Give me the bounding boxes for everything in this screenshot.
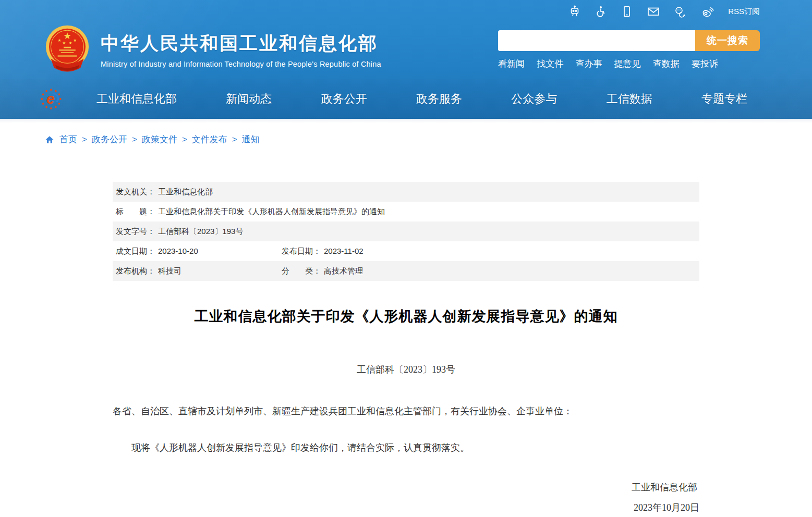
- svg-text:★: ★: [73, 38, 77, 43]
- breadcrumb-notice[interactable]: 通知: [242, 133, 260, 145]
- breadcrumb-gov-disclosure[interactable]: 政务公开: [92, 133, 127, 145]
- meta-label: 发布机构：: [116, 266, 155, 276]
- document-number: 工信部科〔2023〕193号: [113, 363, 699, 376]
- nav-item-gov-disclosure[interactable]: 政务公开: [321, 91, 367, 107]
- meta-value: 工业和信息化部: [158, 187, 213, 197]
- meta-label: 成文日期：: [116, 247, 155, 256]
- main-navigation: e 工业和信息化部 新闻动态 政务公开 政务服务 公众参与 工信数据 专题专栏: [0, 79, 812, 119]
- svg-text:★: ★: [62, 41, 66, 45]
- meta-value: 高技术管理: [324, 266, 363, 276]
- meta-row-issuing-authority: 发文机关： 工业和信息化部: [113, 182, 699, 202]
- document-paragraph: 现将《人形机器人创新发展指导意见》印发给你们，请结合实际，认真贯彻落实。: [113, 441, 699, 454]
- meta-value: 2023-10-20: [158, 247, 198, 256]
- document-meta-table: 发文机关： 工业和信息化部 标 题： 工业和信息化部关于印发《人形机器人创新发展…: [113, 182, 699, 281]
- svg-text:★: ★: [69, 41, 72, 45]
- miit-e-logo-icon[interactable]: e: [39, 87, 63, 111]
- breadcrumb-separator: >: [182, 134, 187, 145]
- quick-link-feedback[interactable]: 提意见: [614, 58, 641, 70]
- national-emblem-logo: ★ ★ ★ ★ ★: [44, 24, 90, 75]
- meta-row-dates: 成文日期： 2023-10-20 发布日期： 2023-11-02: [113, 241, 699, 261]
- nav-items: 工业和信息化部 新闻动态 政务公开 政务服务 公众参与 工信数据 专题专栏: [96, 91, 747, 107]
- svg-text:★: ★: [63, 31, 71, 41]
- quick-link-services[interactable]: 查办事: [575, 58, 602, 70]
- nav-item-special-topics[interactable]: 专题专栏: [701, 91, 747, 107]
- document-body: 工信部科〔2023〕193号 各省、自治区、直辖市及计划单列市、新疆生产建设兵团…: [113, 363, 699, 514]
- site-brand-link[interactable]: ★ ★ ★ ★ ★ 中华人民共和国工业和信息化部 Ministry of Ind…: [44, 24, 381, 75]
- ai-robot-icon[interactable]: [568, 5, 581, 18]
- quick-links: 看新闻 找文件 查办事 提意见 查数据 要投诉: [498, 58, 760, 70]
- top-utility-bar: RSS订阅: [568, 5, 760, 18]
- breadcrumb-policy-documents[interactable]: 政策文件: [142, 133, 177, 145]
- nav-item-miit[interactable]: 工业和信息化部: [96, 91, 177, 107]
- site-subtitle: Ministry of Industry and Information Tec…: [101, 60, 381, 68]
- breadcrumb-separator: >: [82, 134, 87, 145]
- svg-text:e: e: [46, 90, 55, 107]
- breadcrumb-separator: >: [132, 134, 137, 145]
- quick-link-data[interactable]: 查数据: [653, 58, 680, 70]
- breadcrumb-home[interactable]: 首页: [59, 133, 77, 145]
- meta-value: 工业和信息化部关于印发《人形机器人创新发展指导意见》的通知: [158, 207, 385, 217]
- breadcrumb: 首页 > 政务公开 > 政策文件 > 文件发布 > 通知: [44, 133, 812, 145]
- meta-value: 工信部科〔2023〕193号: [158, 227, 243, 237]
- svg-text:★: ★: [58, 38, 62, 43]
- page-title: 工业和信息化部关于印发《人形机器人创新发展指导意见》的通知: [0, 307, 812, 326]
- mobile-icon[interactable]: [621, 5, 633, 18]
- meta-label: 发文字号：: [116, 227, 155, 237]
- weibo-icon[interactable]: [701, 5, 714, 18]
- signature-name: 工业和信息化部: [113, 481, 699, 494]
- quick-link-complaint[interactable]: 要投诉: [692, 58, 718, 70]
- site-title: 中华人民共和国工业和信息化部: [101, 31, 381, 56]
- quick-link-documents[interactable]: 找文件: [537, 58, 563, 70]
- document-paragraph: 各省、自治区、直辖市及计划单列市、新疆生产建设兵团工业和信息化主管部门，有关行业…: [113, 405, 699, 417]
- header-divider: [0, 119, 812, 123]
- nav-item-news[interactable]: 新闻动态: [226, 91, 272, 107]
- rss-subscribe-link[interactable]: RSS订阅: [728, 7, 760, 17]
- unified-search-button[interactable]: 统一搜索: [695, 30, 760, 51]
- meta-label: 标 题：: [116, 207, 155, 217]
- home-icon[interactable]: [44, 134, 55, 145]
- accessibility-icon[interactable]: [595, 5, 607, 18]
- nav-item-miit-data[interactable]: 工信数据: [607, 91, 652, 107]
- mail-icon[interactable]: [647, 5, 660, 18]
- meta-row-agency-category: 发布机构： 科技司 分 类： 高技术管理: [113, 261, 699, 281]
- breadcrumb-document-release[interactable]: 文件发布: [192, 133, 227, 145]
- meta-value: 2023-11-02: [324, 247, 363, 256]
- meta-value: 科技司: [158, 266, 181, 276]
- breadcrumb-separator: >: [232, 134, 237, 145]
- meta-label: 发文机关：: [116, 187, 155, 197]
- search-input[interactable]: [498, 30, 695, 51]
- site-header: RSS订阅 ★ ★ ★ ★ ★ 中华人民共和国工业和信息化部: [0, 0, 812, 119]
- meta-row-document-number: 发文字号： 工信部科〔2023〕193号: [113, 221, 699, 241]
- wechat-icon[interactable]: [674, 5, 687, 18]
- meta-label: 发布日期：: [282, 247, 321, 256]
- nav-item-public-participation[interactable]: 公众参与: [511, 91, 557, 107]
- quick-link-news[interactable]: 看新闻: [498, 58, 525, 70]
- nav-item-gov-services[interactable]: 政务服务: [416, 91, 462, 107]
- search-area: 统一搜索 看新闻 找文件 查办事 提意见 查数据 要投诉: [498, 30, 760, 70]
- signature-date: 2023年10月20日: [113, 501, 699, 514]
- meta-label: 分 类：: [282, 266, 321, 276]
- meta-row-title: 标 题： 工业和信息化部关于印发《人形机器人创新发展指导意见》的通知: [113, 202, 699, 221]
